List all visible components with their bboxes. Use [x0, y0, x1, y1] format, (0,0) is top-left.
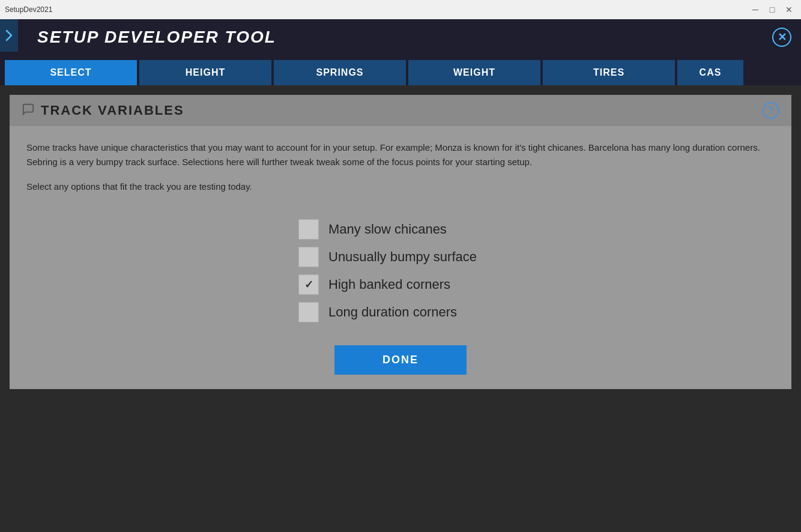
- tab-weight[interactable]: WEIGHT: [408, 60, 540, 85]
- card-title: TRACK VARIABLES: [41, 103, 184, 118]
- checkbox-slow-chicanes[interactable]: [298, 219, 319, 240]
- tab-tires[interactable]: TIRES: [543, 60, 675, 85]
- list-item: ✓ High banked corners: [298, 271, 503, 298]
- description-text: Some tracks have unique characteristics …: [26, 141, 775, 169]
- checkbox-long-duration[interactable]: [298, 302, 319, 322]
- tab-springs[interactable]: SPRINGS: [274, 60, 406, 85]
- main-content: TRACK VARIABLES ? Some tracks have uniqu…: [0, 85, 801, 532]
- checkboxes-container: Many slow chicanes Unusually bumpy surfa…: [26, 216, 775, 326]
- chat-icon: [22, 103, 35, 119]
- app-window-title: SetupDev2021: [5, 5, 52, 14]
- app-container: SETUP DEVELOPER TOOL ✕ SELECT HEIGHT SPR…: [0, 19, 801, 532]
- minimize-button[interactable]: ─: [748, 2, 763, 17]
- checkbox-slow-chicanes-label: Many slow chicanes: [328, 222, 447, 237]
- app-title: SETUP DEVELOPER TOOL: [37, 28, 276, 47]
- track-variables-card: TRACK VARIABLES ? Some tracks have uniqu…: [10, 95, 791, 389]
- checkbox-long-duration-label: Long duration corners: [328, 304, 457, 320]
- card-header: TRACK VARIABLES ?: [10, 95, 791, 126]
- select-prompt: Select any options that fit the track yo…: [26, 181, 775, 192]
- tab-cas[interactable]: CAS: [677, 60, 743, 85]
- list-item: Unusually bumpy surface: [298, 243, 503, 271]
- done-btn-container: DONE: [26, 345, 775, 375]
- title-bar: SetupDev2021 ─ □ ✕: [0, 0, 801, 19]
- checkbox-high-banked-label: High banked corners: [328, 277, 450, 292]
- tab-height[interactable]: HEIGHT: [139, 60, 271, 85]
- checkbox-high-banked[interactable]: ✓: [298, 274, 319, 295]
- app-header: SETUP DEVELOPER TOOL ✕: [0, 19, 801, 55]
- header-close-button[interactable]: ✕: [772, 28, 791, 47]
- maximize-button[interactable]: □: [765, 2, 779, 17]
- help-button[interactable]: ?: [763, 102, 779, 119]
- checkmark-icon: ✓: [304, 278, 313, 291]
- window-controls: ─ □ ✕: [748, 2, 796, 17]
- list-item: Long duration corners: [298, 298, 503, 326]
- checkbox-bumpy-surface-label: Unusually bumpy surface: [328, 249, 477, 265]
- header-left: SETUP DEVELOPER TOOL: [10, 28, 276, 47]
- list-item: Many slow chicanes: [298, 216, 503, 243]
- window-close-button[interactable]: ✕: [782, 2, 796, 17]
- sidebar-toggle-button[interactable]: [0, 19, 18, 52]
- nav-tabs: SELECT HEIGHT SPRINGS WEIGHT TIRES CAS: [0, 55, 801, 85]
- tab-select[interactable]: SELECT: [5, 60, 137, 85]
- checkbox-bumpy-surface[interactable]: [298, 247, 319, 267]
- card-body: Some tracks have unique characteristics …: [10, 126, 791, 389]
- card-header-left: TRACK VARIABLES: [22, 103, 184, 119]
- done-button[interactable]: DONE: [334, 345, 467, 375]
